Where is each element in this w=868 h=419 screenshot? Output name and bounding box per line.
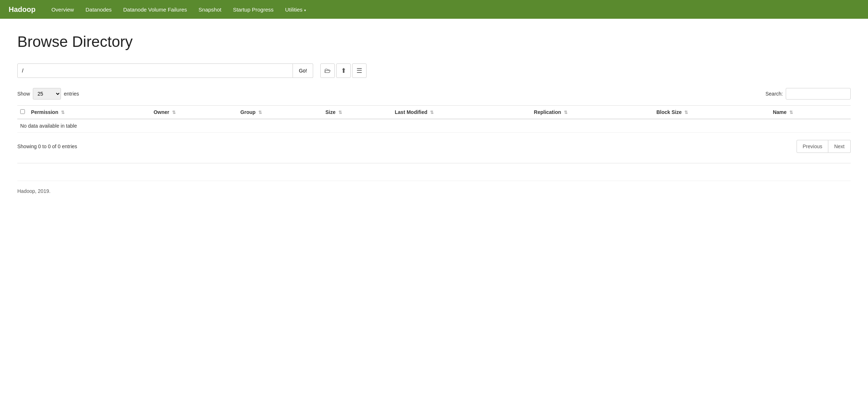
path-bar: Go! 🗁 ⬆ ☰ xyxy=(17,63,851,78)
col-size[interactable]: Size ⇅ xyxy=(323,106,392,119)
col-group[interactable]: Group ⇅ xyxy=(237,106,323,119)
utilities-dropdown-arrow: ▾ xyxy=(304,8,306,12)
col-permission[interactable]: Permission ⇅ xyxy=(28,106,151,119)
col-owner-sort-icon: ⇅ xyxy=(172,110,176,115)
nav-link-snapshot[interactable]: Snapshot xyxy=(194,4,225,15)
entries-label: entries xyxy=(64,91,79,97)
col-size-sort-icon: ⇅ xyxy=(338,110,342,115)
table-header: Permission ⇅ Owner ⇅ Group ⇅ Size ⇅ Last… xyxy=(17,106,851,119)
nav-link-utilities[interactable]: Utilities ▾ xyxy=(281,4,310,15)
select-all-checkbox[interactable] xyxy=(20,109,25,114)
col-replication-sort-icon: ⇅ xyxy=(564,110,567,115)
show-entries-control: Show 10 25 50 100 entries xyxy=(17,88,79,100)
col-last-modified[interactable]: Last Modified ⇅ xyxy=(392,106,531,119)
path-input-group: Go! xyxy=(17,63,313,78)
go-button[interactable]: Go! xyxy=(293,63,313,78)
folder-icon: 🗁 xyxy=(324,67,331,75)
no-data-row: No data available in table xyxy=(17,119,851,133)
search-bar: Search: xyxy=(766,88,851,100)
entries-select[interactable]: 10 25 50 100 xyxy=(33,88,61,100)
next-button[interactable]: Next xyxy=(828,140,851,153)
folder-icon-button[interactable]: 🗁 xyxy=(320,63,335,78)
footer-text: Hadoop, 2019. xyxy=(17,188,51,194)
list-icon-button[interactable]: ☰ xyxy=(352,63,367,78)
col-name-sort-icon: ⇅ xyxy=(789,110,793,115)
navbar: Hadoop OverviewDatanodesDatanode Volume … xyxy=(0,0,868,19)
pagination-area: Showing 0 to 0 of 0 entries Previous Nex… xyxy=(17,140,851,156)
col-block-size-sort-icon: ⇅ xyxy=(684,110,688,115)
select-all-col xyxy=(17,106,28,119)
no-data-message: No data available in table xyxy=(17,119,851,133)
page-footer: Hadoop, 2019. xyxy=(17,181,851,194)
previous-button[interactable]: Previous xyxy=(797,140,828,153)
upload-icon-button[interactable]: ⬆ xyxy=(336,63,351,78)
col-owner-label: Owner xyxy=(154,109,170,115)
show-label: Show xyxy=(17,91,30,97)
col-size-label: Size xyxy=(325,109,336,115)
nav-link-datanode-volume-failures[interactable]: Datanode Volume Failures xyxy=(119,4,192,15)
col-replication-label: Replication xyxy=(534,109,561,115)
col-last-modified-label: Last Modified xyxy=(395,109,427,115)
search-label: Search: xyxy=(766,91,783,97)
col-block-size-label: Block Size xyxy=(656,109,681,115)
table-body: No data available in table xyxy=(17,119,851,133)
nav-link-overview[interactable]: Overview xyxy=(47,4,78,15)
nav-link-startup-progress[interactable]: Startup Progress xyxy=(229,4,278,15)
path-input[interactable] xyxy=(17,63,293,78)
main-content: Browse Directory Go! 🗁 ⬆ ☰ Show 10 25 50 xyxy=(0,19,868,208)
data-table: Permission ⇅ Owner ⇅ Group ⇅ Size ⇅ Last… xyxy=(17,105,851,133)
col-name-label: Name xyxy=(773,109,786,115)
nav-links: OverviewDatanodesDatanode Volume Failure… xyxy=(47,4,310,15)
showing-text: Showing 0 to 0 of 0 entries xyxy=(17,144,77,149)
list-icon: ☰ xyxy=(356,67,362,75)
col-name[interactable]: Name ⇅ xyxy=(770,106,851,119)
upload-icon: ⬆ xyxy=(341,67,346,75)
col-group-sort-icon: ⇅ xyxy=(258,110,262,115)
col-group-label: Group xyxy=(240,109,255,115)
icon-buttons: 🗁 ⬆ ☰ xyxy=(320,63,367,78)
search-input[interactable] xyxy=(786,88,851,100)
col-owner[interactable]: Owner ⇅ xyxy=(151,106,238,119)
nav-link-datanodes[interactable]: Datanodes xyxy=(81,4,116,15)
col-permission-sort-icon: ⇅ xyxy=(61,110,65,115)
pagination-buttons: Previous Next xyxy=(797,140,851,153)
footer-divider xyxy=(17,163,851,163)
nav-brand[interactable]: Hadoop xyxy=(9,5,35,14)
col-replication[interactable]: Replication ⇅ xyxy=(531,106,654,119)
table-header-row: Permission ⇅ Owner ⇅ Group ⇅ Size ⇅ Last… xyxy=(17,106,851,119)
col-last-modified-sort-icon: ⇅ xyxy=(430,110,434,115)
page-title: Browse Directory xyxy=(17,33,851,50)
col-permission-label: Permission xyxy=(31,109,58,115)
table-controls: Show 10 25 50 100 entries Search: xyxy=(17,88,851,100)
col-block-size[interactable]: Block Size ⇅ xyxy=(653,106,770,119)
